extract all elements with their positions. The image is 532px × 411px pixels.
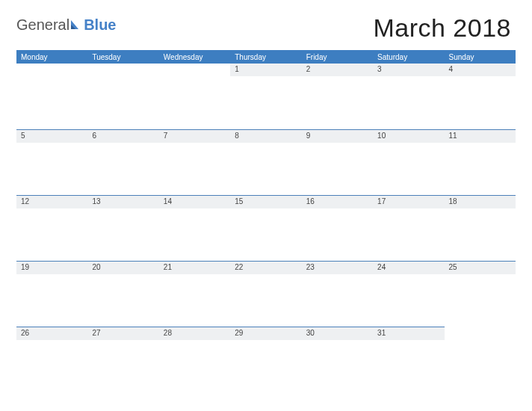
calendar-day: 23 — [302, 261, 373, 327]
calendar-day: 16 — [302, 195, 373, 261]
day-number: 25 — [445, 261, 516, 274]
calendar-week: 12131415161718 — [16, 195, 516, 261]
calendar-day: 19 — [16, 261, 87, 327]
day-number — [16, 64, 87, 75]
day-number: 12 — [16, 195, 87, 208]
day-number: 14 — [159, 195, 230, 208]
calendar-day: 10 — [373, 129, 444, 195]
calendar-day: 24 — [373, 261, 444, 327]
calendar-day: 27 — [87, 327, 158, 392]
day-number: 17 — [373, 195, 444, 208]
calendar-week: 19202122232425 — [16, 261, 516, 327]
calendar-day: 20 — [87, 261, 158, 327]
calendar-day: 25 — [445, 261, 516, 327]
day-number: 13 — [87, 195, 158, 208]
calendar-grid: 1234567891011121314151617181920212223242… — [16, 64, 516, 392]
weekday-header: Monday Tuesday Wednesday Thursday Friday… — [16, 50, 516, 64]
calendar-day: 8 — [230, 129, 301, 195]
weekday-thu: Thursday — [230, 51, 301, 64]
calendar-day: 17 — [373, 195, 444, 261]
day-number: 20 — [87, 261, 158, 274]
day-number: 29 — [230, 327, 301, 340]
calendar-day: 28 — [159, 327, 230, 392]
day-number: 21 — [159, 261, 230, 274]
weekday-fri: Friday — [302, 51, 373, 64]
calendar-day: 9 — [302, 129, 373, 195]
calendar-day: 1 — [230, 64, 301, 129]
weekday-wed: Wednesday — [159, 51, 230, 64]
calendar-day — [16, 64, 87, 129]
day-number: 9 — [302, 129, 373, 143]
day-number: 1 — [230, 64, 301, 76]
calendar-day: 2 — [302, 64, 373, 129]
weekday-tue: Tuesday — [87, 51, 158, 64]
day-number: 15 — [230, 195, 301, 208]
calendar-day: 26 — [16, 327, 87, 392]
calendar-day: 11 — [445, 129, 516, 195]
calendar-week: 567891011 — [16, 129, 516, 195]
calendar-day — [87, 64, 158, 129]
day-number — [159, 64, 230, 75]
weekday-sat: Saturday — [373, 51, 444, 64]
day-number: 3 — [373, 64, 444, 76]
day-number: 28 — [159, 327, 230, 340]
calendar-week: 262728293031 — [16, 327, 516, 392]
day-number: 23 — [302, 261, 373, 274]
calendar-day: 30 — [302, 327, 373, 392]
calendar-day: 31 — [373, 327, 444, 392]
day-number: 26 — [16, 327, 87, 340]
brand-part1: General — [16, 16, 69, 34]
day-number: 5 — [16, 129, 87, 143]
day-number: 16 — [302, 195, 373, 208]
day-number: 30 — [302, 327, 373, 340]
day-number: 7 — [159, 129, 230, 143]
calendar-day: 21 — [159, 261, 230, 327]
calendar-day: 4 — [445, 64, 516, 129]
logo-sail-icon — [70, 19, 81, 30]
weekday-mon: Monday — [16, 51, 87, 64]
calendar-day: 5 — [16, 129, 87, 195]
calendar-day: 22 — [230, 261, 301, 327]
calendar-day: 14 — [159, 195, 230, 261]
day-number: 31 — [373, 327, 444, 340]
calendar-day — [159, 64, 230, 129]
calendar-day: 29 — [230, 327, 301, 392]
day-number: 4 — [445, 64, 516, 76]
day-number — [87, 64, 158, 75]
header-bar: General Blue March 2018 — [16, 13, 516, 43]
day-number: 22 — [230, 261, 301, 274]
calendar-day: 7 — [159, 129, 230, 195]
day-number: 18 — [445, 195, 516, 208]
calendar-day: 18 — [445, 195, 516, 261]
weekday-sun: Sunday — [445, 51, 516, 64]
calendar-day: 13 — [87, 195, 158, 261]
brand-part2: Blue — [84, 16, 116, 34]
calendar-day: 6 — [87, 129, 158, 195]
calendar-week: 1234 — [16, 64, 516, 129]
day-number: 2 — [302, 64, 373, 76]
page-title: March 2018 — [373, 13, 516, 43]
day-number: 19 — [16, 261, 87, 274]
brand-logo: General Blue — [16, 13, 117, 34]
day-number: 10 — [373, 129, 444, 143]
calendar-day: 15 — [230, 195, 301, 261]
day-number: 27 — [87, 327, 158, 340]
day-number — [445, 327, 516, 339]
day-number: 6 — [87, 129, 158, 143]
day-number: 11 — [445, 129, 516, 143]
calendar-day: 3 — [373, 64, 444, 129]
calendar-day: 12 — [16, 195, 87, 261]
day-number: 8 — [230, 129, 301, 143]
calendar-day — [445, 327, 516, 392]
day-number: 24 — [373, 261, 444, 274]
